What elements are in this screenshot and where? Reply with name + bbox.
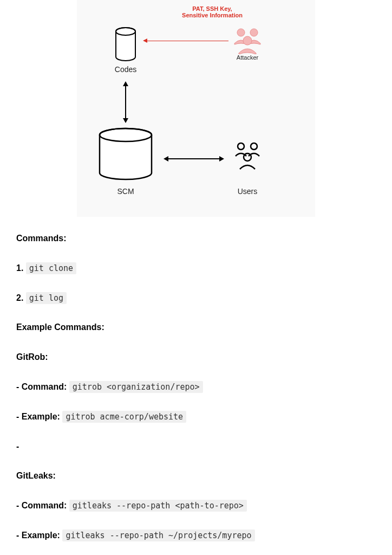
gitrob-example-label: - Example: (16, 412, 60, 421)
cmd-2-num: 2. (16, 293, 23, 302)
scm-label: SCM (104, 187, 147, 196)
gitleaks-command-code: gitleaks --repo-path <path-to-repo> (69, 500, 247, 512)
gitleaks-command-label: - Command: (16, 501, 67, 510)
gitleaks-command: - Command: gitleaks --repo-path <path-to… (16, 500, 376, 512)
attacker-label: Attacker (226, 54, 269, 61)
horiz-arrow-line (168, 158, 219, 159)
commands-heading: Commands: (16, 233, 376, 244)
diagram-container: PAT, SSH Key, Sensitive Information Code… (77, 0, 315, 217)
gitrob-example: - Example: gitrob acme-corp/website (16, 411, 376, 423)
gitrob-command: - Command: gitrob <organization/repo> (16, 382, 376, 393)
codes-label: Codes (104, 65, 147, 74)
users-icon (231, 141, 264, 171)
cmd-2-code: git log (26, 292, 67, 304)
cmd-1-num: 1. (16, 263, 23, 273)
svg-point-4 (243, 36, 252, 45)
scm-icon (96, 127, 155, 182)
threat-label: PAT, SSH Key, Sensitive Information (180, 5, 245, 18)
svg-point-2 (237, 29, 245, 36)
gitleaks-example: - Example: gitleaks --repo-path ~/projec… (16, 530, 376, 541)
gitleaks-example-label: - Example: (16, 531, 60, 540)
red-arrowhead (143, 38, 147, 43)
arrowhead-right (219, 156, 224, 162)
gitrob-heading: GitRob: (16, 352, 376, 363)
svg-point-7 (238, 143, 244, 150)
gitrob-command-code: gitrob <organization/repo> (69, 381, 203, 393)
svg-point-8 (251, 143, 257, 150)
svg-point-9 (244, 153, 251, 161)
red-arrow (147, 41, 228, 41)
cmd-2: 2. git log (16, 293, 376, 304)
diagram: PAT, SSH Key, Sensitive Information Code… (82, 5, 299, 206)
attacker-icon (231, 27, 264, 54)
users-label: Users (226, 187, 269, 196)
cmd-1-code: git clone (26, 262, 76, 274)
cmd-1: 1. git clone (16, 263, 376, 274)
gitrob-command-label: - Command: (16, 382, 67, 391)
example-commands-heading: Example Commands: (16, 322, 376, 333)
vert-arrow-line (125, 86, 126, 118)
gitrob-example-code: gitrob acme-corp/website (62, 411, 186, 423)
codes-icon (112, 27, 139, 62)
arrowhead-down (123, 118, 128, 123)
gitleaks-example-code: gitleaks --repo-path ~/projects/myrepo (62, 530, 254, 541)
dash-bullet: - (16, 441, 376, 453)
gitleaks-heading: GitLeaks: (16, 470, 376, 482)
svg-point-3 (250, 29, 258, 36)
